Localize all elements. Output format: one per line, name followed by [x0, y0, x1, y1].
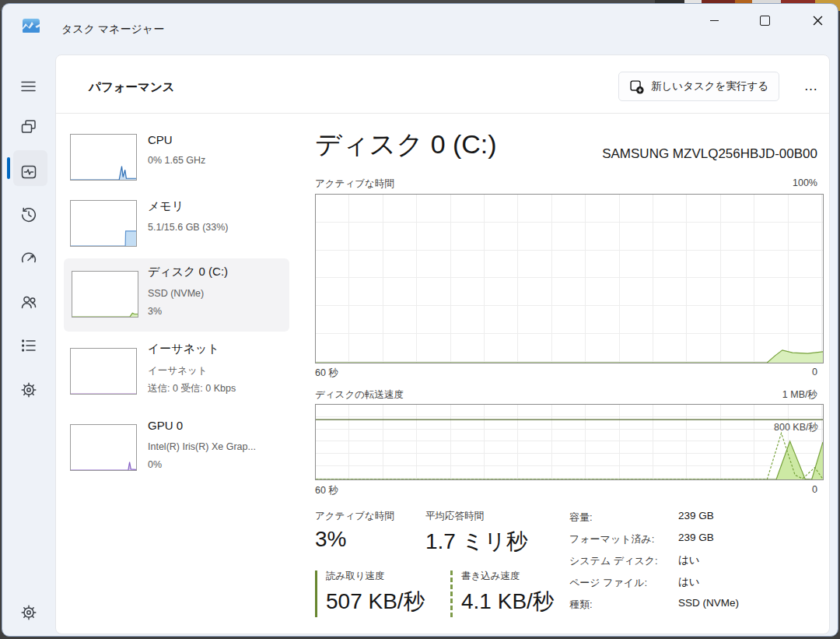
read-speed-label: 読み取り速度 [326, 570, 385, 583]
perf-item-sub2: 送信: 0 受信: 0 Kbps [148, 382, 236, 395]
chart2-x-left: 60 秒 [315, 484, 338, 497]
perf-item-title: イーサネット [148, 342, 219, 356]
sidebar-item-startup-apps[interactable] [19, 249, 38, 268]
page-title: パフォーマンス [89, 79, 175, 96]
close-icon [813, 16, 823, 26]
cpu-mini-graph [70, 134, 137, 181]
active-time-stat-label: アクティブな時間 [315, 510, 394, 523]
hamburger-icon [19, 77, 38, 96]
services-gear-icon [19, 381, 38, 399]
write-speed-label: 書き込み速度 [461, 570, 520, 583]
perf-item-title: GPU 0 [148, 419, 183, 432]
disk-mini-graph [72, 271, 138, 318]
chart2-x-right: 0 [812, 484, 817, 495]
gauge-icon [19, 249, 38, 268]
navigation-menu-button[interactable] [19, 77, 38, 96]
chart2-max-label: 1 MB/秒 [782, 388, 817, 402]
memory-mini-graph [70, 200, 137, 247]
nav-selected-pill [7, 157, 10, 179]
chart2-label: ディスクの転送速度 [315, 388, 404, 402]
run-new-task-button[interactable]: 新しいタスクを実行する [618, 72, 779, 101]
users-icon [19, 293, 38, 311]
sidebar-item-processes[interactable] [19, 118, 38, 137]
maximize-button[interactable] [747, 7, 782, 33]
window-title: タスク マネージャー [61, 23, 164, 37]
minimize-button[interactable] [697, 7, 731, 33]
transfer-rate-chart: 800 KB/秒 [315, 404, 824, 480]
ellipsis-icon: … [804, 78, 819, 94]
perf-item-sub: SSD (NVMe) [148, 288, 204, 299]
perf-item-memory[interactable]: メモリ 5.1/15.6 GB (33%) [56, 196, 289, 252]
detail-label: システム ディスク: [569, 554, 658, 568]
detail-label: フォーマット済み: [569, 532, 654, 546]
chart1-label: アクティブな時間 [315, 177, 394, 191]
perf-item-cpu[interactable]: CPU 0% 1.65 GHz [56, 130, 289, 186]
perf-item-ethernet[interactable]: イーサネット イーサネット 送信: 0 受信: 0 Kbps [56, 342, 289, 412]
detail-value: 239 GB [678, 510, 714, 521]
sidebar-item-services[interactable] [19, 381, 38, 399]
perf-item-sub: Intel(R) Iris(R) Xe Grap... [148, 441, 256, 452]
performance-icon [19, 163, 38, 181]
detail-value: SSD (NVMe) [678, 597, 739, 609]
minimize-icon [710, 20, 719, 21]
read-speed-value: 507 KB/秒 [326, 587, 425, 616]
app-icon [23, 17, 40, 34]
perf-item-gpu0[interactable]: GPU 0 Intel(R) Iris(R) Xe Grap... 0% [56, 419, 289, 489]
write-speed-value: 4.1 KB/秒 [461, 587, 555, 616]
more-options-button[interactable]: … [796, 72, 826, 100]
close-button[interactable] [800, 7, 835, 33]
sidebar-item-details[interactable] [19, 336, 38, 355]
perf-item-disk0[interactable]: ディスク 0 (C:) SSD (NVMe) 3% [56, 258, 289, 332]
chart1-x-right: 0 [812, 367, 817, 377]
detail-value: はい [678, 553, 700, 567]
detail-label: 種類: [569, 598, 593, 612]
ethernet-mini-graph [70, 348, 137, 395]
chart1-x-left: 60 秒 [315, 367, 338, 380]
active-time-chart [315, 194, 824, 363]
perf-item-sub: 5.1/15.6 GB (33%) [148, 222, 229, 233]
settings-gear-icon [19, 603, 38, 622]
perf-item-title: ディスク 0 (C:) [148, 265, 228, 279]
sidebar-item-app-history[interactable] [19, 205, 38, 224]
read-speed-legend-bar [315, 571, 317, 617]
detail-value: はい [678, 575, 700, 589]
header-divider [56, 113, 829, 114]
response-time-stat-label: 平均応答時間 [425, 510, 484, 523]
perf-item-sub: イーサネット [148, 364, 207, 377]
list-icon [19, 336, 38, 355]
disk-device-name: SAMSUNG MZVLQ256HBJD-00B00 [602, 146, 817, 162]
write-speed-legend-bar [450, 571, 453, 617]
sidebar-item-performance[interactable] [19, 163, 38, 181]
performance-panel: パフォーマンス 新しいタスクを実行する … CPU 0% 1.65 GHz [55, 54, 830, 634]
perf-item-sub2: 3% [148, 306, 162, 317]
gpu-mini-graph [70, 424, 137, 471]
detail-label: 容量: [569, 511, 593, 525]
response-time-stat-value: 1.7 ミリ秒 [425, 527, 528, 556]
task-manager-window: タスク マネージャー [2, 3, 838, 637]
sidebar-item-users[interactable] [19, 293, 38, 311]
perf-item-sub: 0% 1.65 GHz [148, 155, 205, 166]
perf-item-sub2: 0% [148, 459, 162, 470]
disk-page-title: ディスク 0 (C:) [315, 127, 497, 163]
maximize-icon [760, 16, 770, 26]
run-new-task-label: 新しいタスクを実行する [651, 79, 768, 93]
active-time-stat-value: 3% [315, 527, 346, 552]
chart2-marker-label: 800 KB/秒 [774, 421, 818, 434]
perf-item-title: メモリ [148, 199, 184, 214]
history-clock-icon [19, 205, 38, 224]
sidebar-item-settings[interactable] [19, 603, 38, 622]
processes-icon [19, 118, 38, 137]
perf-item-title: CPU [148, 133, 173, 146]
new-task-icon [629, 79, 644, 94]
detail-label: ページ ファイル: [569, 576, 647, 590]
chart1-max-label: 100% [793, 177, 817, 188]
detail-value: 239 GB [678, 532, 714, 543]
